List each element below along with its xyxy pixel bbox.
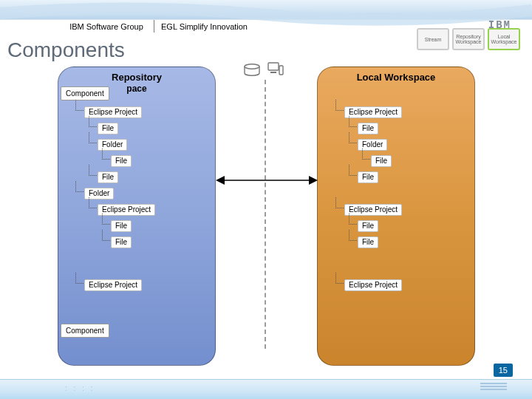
tree-node-file: File: [111, 155, 132, 168]
footer-lines-icon: [480, 383, 507, 390]
footer-stripe: : : : :: [0, 379, 532, 399]
workstation-icon: [267, 62, 284, 77]
svg-marker-6: [309, 176, 318, 185]
header-subtitle-label: EGL Simplify Innovation: [161, 20, 279, 33]
svg-rect-3: [279, 66, 283, 75]
tree-node-file: File: [111, 220, 132, 233]
svg-marker-5: [216, 176, 225, 185]
svg-point-0: [245, 64, 259, 69]
local-panel-title: Local Workspace: [318, 72, 474, 83]
tree-node-file: File: [371, 155, 392, 168]
page-number-badge: 15: [494, 364, 513, 377]
tree-node-file: File: [358, 220, 378, 233]
svg-rect-2: [270, 72, 276, 73]
repository-panel-title: Repository: [58, 72, 215, 83]
tree-node-eclipse-project: Eclipse Project: [84, 279, 142, 292]
component-label-2: Component: [61, 324, 109, 338]
component-label-1: Component: [61, 86, 109, 100]
tree-node-file: File: [98, 171, 118, 184]
svg-rect-1: [268, 63, 279, 70]
page-title: Components: [7, 38, 125, 62]
footer-dots-icon: : : : :: [65, 384, 95, 392]
nav-thumbnails: Stream Repository Workspace Local Worksp…: [417, 28, 520, 50]
sync-arrow-icon: [216, 173, 318, 188]
tree-node-file: File: [358, 236, 378, 249]
header-group-label: IBM Software Group: [59, 20, 154, 33]
thumb-repo-workspace[interactable]: Repository Workspace: [452, 28, 485, 50]
center-divider: [265, 80, 266, 349]
tree-node-file: File: [358, 123, 378, 135]
tree-node-file: File: [111, 236, 132, 249]
tree-node-file: File: [98, 123, 118, 135]
thumb-stream[interactable]: Stream: [417, 28, 449, 50]
database-icon: [243, 64, 261, 77]
tree-node-eclipse-project: Eclipse Project: [344, 279, 402, 292]
thumb-local-workspace[interactable]: Local Workspace: [488, 28, 520, 50]
header-stripe: [0, 0, 532, 20]
tree-node-file: File: [358, 171, 378, 184]
repository-tree: Eclipse Project File Folder File File Fo…: [71, 104, 204, 293]
local-tree: Eclipse Project File Folder File File Ec…: [331, 104, 464, 293]
